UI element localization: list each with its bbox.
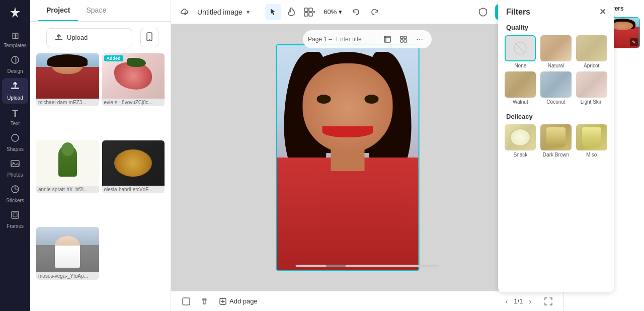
- filter-none-label: None: [514, 63, 526, 68]
- image-grid: michael-dam-mEZ3... Added evie-s-_8vovuZ…: [30, 53, 171, 311]
- image-label: olesia-bahrii-etcVdF...: [102, 186, 165, 193]
- filter-apricot-thumb: [576, 35, 607, 61]
- page-navigation: ‹ 1/1 ›: [504, 295, 533, 307]
- filter-snack[interactable]: Snack: [504, 124, 537, 158]
- sidebar-item-upload[interactable]: Upload: [2, 78, 28, 104]
- sidebar-item-photos[interactable]: Photos: [2, 156, 28, 181]
- horizontal-scrollbar[interactable]: [296, 265, 439, 267]
- filter-miso-label: Miso: [586, 152, 597, 158]
- svg-rect-21: [404, 40, 407, 42]
- sidebar-item-text[interactable]: T Text: [2, 105, 28, 129]
- filter-coconut[interactable]: Coconut: [540, 71, 573, 105]
- image-label: michael-dam-mEZ3...: [36, 99, 99, 106]
- photos-icon: [11, 159, 20, 171]
- filter-walnut[interactable]: Walnut: [504, 71, 537, 105]
- canvas-main-image[interactable]: [276, 44, 420, 271]
- filter-none[interactable]: None: [504, 35, 537, 68]
- hand-tool-button[interactable]: [283, 4, 299, 20]
- redo-button[interactable]: [366, 4, 382, 20]
- mobile-view-button[interactable]: [140, 28, 158, 47]
- title-chevron-icon[interactable]: ▾: [247, 9, 250, 16]
- list-item[interactable]: olesia-bahrii-etcVdF...: [102, 140, 165, 224]
- stickers-icon: [11, 185, 20, 196]
- image-label: evie-s-_8vovuZCj0c...: [102, 99, 165, 106]
- page-settings-button[interactable]: [179, 294, 193, 308]
- filter-lightskin-thumb: [576, 71, 607, 98]
- svg-rect-18: [400, 36, 403, 39]
- svg-rect-20: [400, 40, 403, 42]
- tab-project[interactable]: Project: [38, 0, 78, 21]
- panel-tabs: Project Space: [30, 0, 171, 22]
- delicacy-section-title: Delicacy: [498, 111, 614, 124]
- delicacy-filter-grid: Snack Dark Brown Miso: [498, 124, 614, 164]
- undo-button[interactable]: [348, 4, 364, 20]
- list-item[interactable]: Added evie-s-_8vovuZCj0c...: [102, 53, 165, 137]
- filter-miso-thumb: [576, 124, 607, 150]
- grid-tool-button[interactable]: ▾: [301, 4, 317, 20]
- transform-tool-button[interactable]: [396, 32, 411, 46]
- upload-button[interactable]: Upload: [46, 28, 132, 47]
- pointer-tool-button[interactable]: [265, 4, 281, 20]
- page-tools: ⋯: [380, 32, 427, 46]
- filter-natural[interactable]: Natural: [540, 35, 573, 68]
- list-item[interactable]: moses-vega-_YfoAp...: [36, 227, 99, 311]
- page-label-bar: Page 1 – ⋯: [303, 30, 432, 48]
- svg-rect-6: [12, 211, 19, 218]
- filter-natural-label: Natural: [548, 63, 564, 68]
- svg-rect-8: [55, 39, 62, 40]
- svg-rect-1: [11, 88, 19, 89]
- image-label: moses-vega-_YfoAp...: [36, 272, 99, 280]
- filter-miso[interactable]: Miso: [575, 124, 608, 158]
- zoom-chevron-icon: ▾: [339, 8, 342, 16]
- shield-icon[interactable]: [475, 4, 491, 20]
- svg-rect-3: [11, 161, 19, 167]
- quality-filter-grid: None Natural Apricot Walnut Coconut Ligh…: [498, 35, 614, 111]
- sidebar-item-design[interactable]: Design: [2, 52, 28, 77]
- filters-close-button[interactable]: ✕: [599, 7, 606, 17]
- added-badge: Added: [104, 55, 123, 61]
- zoom-button[interactable]: 60% ▾: [319, 6, 346, 18]
- filter-darkbrown-label: Dark Brown: [543, 152, 569, 158]
- svg-line-25: [515, 43, 525, 53]
- filter-snack-thumb: [505, 124, 536, 150]
- filter-coconut-thumb: [540, 71, 572, 98]
- filter-none-thumb: [505, 35, 536, 61]
- filter-walnut-label: Walnut: [513, 99, 528, 105]
- sidebar-item-stickers[interactable]: Stickers: [2, 182, 28, 206]
- list-item[interactable]: michael-dam-mEZ3...: [36, 53, 99, 137]
- sidebar-item-templates[interactable]: ⊞ Templates: [2, 27, 28, 51]
- frames-icon: [11, 210, 20, 222]
- sidebar-item-frames[interactable]: Frames: [2, 207, 28, 232]
- filters-panel: Filters ✕ Quality None Natural Apricot W…: [498, 0, 614, 292]
- page-number-label: Page 1 –: [308, 36, 332, 43]
- sidebar-item-shapes[interactable]: Shapes: [2, 130, 28, 155]
- app-logo[interactable]: [6, 4, 24, 22]
- filter-natural-thumb: [540, 35, 572, 61]
- tab-space[interactable]: Space: [78, 0, 114, 21]
- bottom-bar-left: Add page: [179, 294, 500, 308]
- filters-header: Filters ✕: [498, 0, 614, 22]
- filter-darkbrown[interactable]: Dark Brown: [540, 124, 573, 158]
- add-page-button[interactable]: Add page: [215, 295, 262, 307]
- svg-point-2: [12, 134, 19, 141]
- filter-apricot[interactable]: Apricot: [575, 35, 608, 68]
- fullscreen-button[interactable]: [541, 294, 555, 308]
- svg-rect-17: [384, 36, 390, 42]
- document-title[interactable]: Untitled image: [197, 8, 243, 16]
- upload-icon: [10, 81, 20, 94]
- svg-rect-22: [183, 298, 190, 305]
- filter-snack-label: Snack: [513, 152, 527, 158]
- prev-page-button[interactable]: ‹: [504, 295, 510, 307]
- filter-darkbrown-thumb: [540, 124, 572, 150]
- bottom-bar: Add page ‹ 1/1 ›: [171, 291, 564, 311]
- cloud-save-button[interactable]: [177, 4, 193, 20]
- filter-walnut-thumb: [505, 71, 536, 98]
- list-item[interactable]: annie-spratt-hX_hf2l...: [36, 140, 99, 224]
- delete-page-button[interactable]: [197, 294, 211, 308]
- next-page-button[interactable]: ›: [527, 295, 533, 307]
- page-title-input[interactable]: [336, 36, 376, 43]
- filter-lightskin[interactable]: Light Skin: [575, 71, 608, 105]
- shapes-icon: [11, 133, 20, 145]
- crop-tool-button[interactable]: [380, 32, 394, 46]
- more-options-button[interactable]: ⋯: [413, 32, 427, 46]
